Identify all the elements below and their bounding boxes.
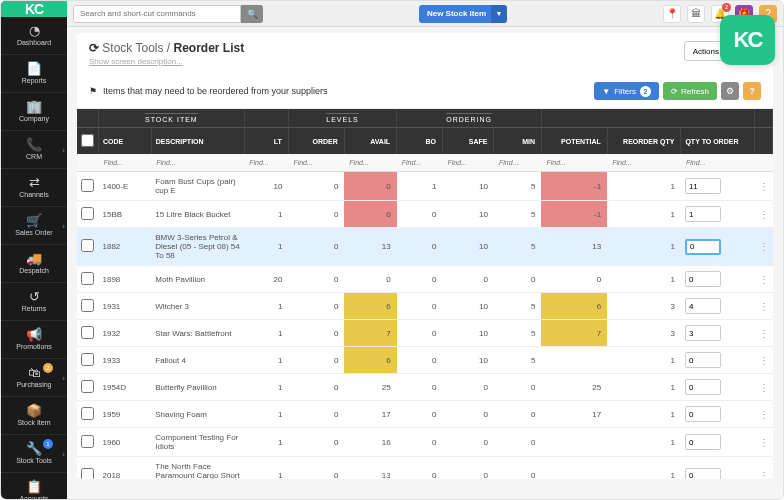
table-row[interactable]: 1959Shaving Foam1017000171⋮ [77,401,773,428]
row-checkbox[interactable] [81,179,94,192]
qty-to-order-input[interactable] [685,352,721,368]
row-checkbox[interactable] [81,468,94,479]
row-menu-icon[interactable]: ⋮ [755,457,773,480]
sidebar-item-promotions[interactable]: 📢Promotions [1,321,67,359]
col-description[interactable]: DESCRIPTION [151,128,244,155]
row-checkbox[interactable] [81,326,94,339]
filter-min[interactable] [497,157,538,168]
row-menu-icon[interactable]: ⋮ [755,172,773,201]
refresh-page-icon[interactable]: ⟳ [89,41,99,55]
col-order[interactable]: ORDER [288,128,344,155]
qty-to-order-input[interactable] [685,178,721,194]
row-checkbox[interactable] [81,380,94,393]
row-menu-icon[interactable]: ⋮ [755,320,773,347]
qty-to-order-input[interactable] [685,239,721,255]
new-stock-item-button[interactable]: New Stock Item [419,5,494,23]
logo[interactable]: KC [1,1,67,17]
sidebar-item-despatch[interactable]: 🚚Despatch [1,245,67,283]
row-checkbox[interactable] [81,207,94,220]
search-button[interactable]: 🔍 [241,5,263,23]
sidebar-item-stock-tools[interactable]: 🔧Stock Tools›1 [1,435,67,473]
qty-to-order-input[interactable] [685,468,721,480]
refresh-button[interactable]: ⟳Refresh [663,82,717,100]
row-menu-icon[interactable]: ⋮ [755,428,773,457]
table-row[interactable]: 2018The North Face Paramount Cargo Short… [77,457,773,480]
help-button[interactable]: ? [743,82,761,100]
col-reorder-qty[interactable]: REORDER QTY [607,128,681,155]
table-row[interactable]: 1400-EFoam Bust Cups (pair) cup E1000110… [77,172,773,201]
stock-tools-icon: 🔧 [26,442,42,455]
filter-bo[interactable] [400,157,440,168]
filter-qty[interactable] [684,157,752,168]
qty-to-order-input[interactable] [685,271,721,287]
sidebar-item-sales-order[interactable]: 🛒Sales Order› [1,207,67,245]
filter-safe[interactable] [446,157,491,168]
table-row[interactable]: 1960Component Testing For Idiots10160001… [77,428,773,457]
new-stock-item-dropdown[interactable]: ▼ [491,5,507,23]
sidebar-item-returns[interactable]: ↺Returns [1,283,67,321]
table-row[interactable]: 1954DButterfly Pavillion1025000251⋮ [77,374,773,401]
filter-desc[interactable] [154,157,241,168]
search-input[interactable] [73,5,241,23]
col-lt[interactable]: LT [244,128,288,155]
filter-pot[interactable] [544,157,604,168]
show-description-link[interactable]: Show screen description... [89,57,244,66]
filter-lt[interactable] [247,157,285,168]
qty-to-order-input[interactable] [685,325,721,341]
col-qty-to-order[interactable]: QTY TO ORDER [681,128,755,155]
row-menu-icon[interactable]: ⋮ [755,347,773,374]
col-bo[interactable]: BO [397,128,443,155]
sidebar-item-accounts[interactable]: 📋Accounts [1,473,67,500]
bank-icon[interactable]: 🏛 [687,5,705,23]
row-checkbox[interactable] [81,435,94,448]
qty-to-order-input[interactable] [685,298,721,314]
row-checkbox[interactable] [81,407,94,420]
crm-icon: 📞 [26,138,42,151]
row-checkbox[interactable] [81,299,94,312]
row-menu-icon[interactable]: ⋮ [755,401,773,428]
row-menu-icon[interactable]: ⋮ [755,293,773,320]
qty-to-order-input[interactable] [685,206,721,222]
qty-to-order-input[interactable] [685,434,721,450]
sidebar-item-channels[interactable]: ⇄Channels [1,169,67,207]
filter-avail[interactable] [347,157,393,168]
sidebar-item-reports[interactable]: 📄Reports [1,55,67,93]
dashboard-icon: ◔ [29,24,40,37]
sidebar-item-purchasing[interactable]: 🛍Purchasing›2 [1,359,67,397]
table-row[interactable]: 1931Witcher 3106010563⋮ [77,293,773,320]
table-row[interactable]: 1882BMW 3-Series Petrol & Diesel (05 - S… [77,228,773,266]
col-safe[interactable]: SAFE [443,128,494,155]
filter-order[interactable] [291,157,341,168]
col-code[interactable]: CODE [99,128,152,155]
row-checkbox[interactable] [81,272,94,285]
row-menu-icon[interactable]: ⋮ [755,201,773,228]
col-potential[interactable]: POTENTIAL [541,128,607,155]
sidebar-item-stock-item[interactable]: 📦Stock Item [1,397,67,435]
row-checkbox[interactable] [81,239,94,252]
purchasing-icon: 🛍 [28,366,41,379]
sidebar-item-company[interactable]: 🏢Company [1,93,67,131]
promotions-icon: 📢 [26,328,42,341]
row-menu-icon[interactable]: ⋮ [755,374,773,401]
table-row[interactable]: 1898Moth Pavillion200000001⋮ [77,266,773,293]
filters-button[interactable]: ▼Filters2 [594,82,659,100]
sidebar-item-dashboard[interactable]: ◔Dashboard [1,17,67,55]
qty-to-order-input[interactable] [685,406,721,422]
table-row[interactable]: 1933Fallout 410601051⋮ [77,347,773,374]
main-area: 🔍 New Stock Item ▼ 📍 🏛 🔔 🎁 ? ⟳ Stock Too… [67,1,783,499]
table-row[interactable]: 15BB15 Litre Black Bucket1000105-11⋮ [77,201,773,228]
row-menu-icon[interactable]: ⋮ [755,228,773,266]
col-min[interactable]: MIN [494,128,541,155]
col-avail[interactable]: AVAIL [344,128,396,155]
pin-icon[interactable]: 📍 [663,5,681,23]
filter-code[interactable] [102,157,149,168]
table-row[interactable]: 1932Star Wars: Battlefront107010573⋮ [77,320,773,347]
row-menu-icon[interactable]: ⋮ [755,266,773,293]
accounts-icon: 📋 [26,480,42,493]
qty-to-order-input[interactable] [685,379,721,395]
filter-reorder[interactable] [610,157,678,168]
select-all-checkbox[interactable] [81,134,94,147]
row-checkbox[interactable] [81,353,94,366]
sidebar-item-crm[interactable]: 📞CRM› [1,131,67,169]
gear-button[interactable]: ⚙ [721,82,739,100]
